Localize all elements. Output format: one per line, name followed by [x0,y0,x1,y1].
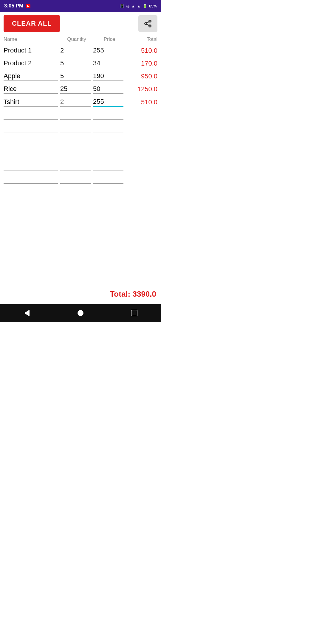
cell-price-5[interactable] [93,111,126,120]
cell-qty-10[interactable] [60,175,93,184]
cell-name-3[interactable] [4,85,60,94]
price-input-4[interactable] [93,98,123,107]
table-row: 510.0 [4,95,157,108]
cell-price-8[interactable] [93,149,126,158]
cell-total-7 [126,145,157,145]
cell-price-3[interactable] [93,85,126,94]
name-input-6[interactable] [4,124,58,132]
cell-price-2[interactable] [93,72,126,81]
signal-icon: ▲ [131,4,135,8]
qty-input-5[interactable] [60,111,91,120]
nav-bar [0,304,161,322]
nav-home-button[interactable] [73,306,88,321]
cell-name-9[interactable] [4,162,60,171]
cell-name-0[interactable] [4,47,60,55]
name-input-8[interactable] [4,149,58,158]
table-row [4,121,157,134]
cell-qty-7[interactable] [60,137,93,145]
price-input-8[interactable] [93,149,123,158]
qty-input-4[interactable] [60,98,91,107]
header-total: Total [126,36,157,42]
cell-total-1: 170.0 [126,60,157,68]
table-row: 170.0 [4,56,157,69]
cell-qty-9[interactable] [60,162,93,171]
nav-back-button[interactable] [19,306,34,321]
cell-price-0[interactable] [93,47,126,55]
cell-qty-8[interactable] [60,149,93,158]
price-input-9[interactable] [93,162,123,171]
table-row: 1250.0 [4,82,157,95]
cell-qty-1[interactable] [60,59,93,68]
price-input-2[interactable] [93,72,123,81]
qty-input-0[interactable] [60,47,91,55]
cell-price-9[interactable] [93,162,126,171]
svg-line-3 [147,24,149,26]
toolbar: CLEAR ALL [0,12,161,35]
price-input-10[interactable] [93,175,123,184]
cell-total-10 [126,183,157,184]
price-input-1[interactable] [93,59,123,68]
nav-recents-button[interactable] [127,306,142,321]
qty-input-6[interactable] [60,124,91,132]
qty-input-2[interactable] [60,72,91,81]
clear-all-button[interactable]: CLEAR ALL [4,15,60,32]
cell-total-9 [126,170,157,171]
header-name: Name [4,36,60,42]
cell-qty-5[interactable] [60,111,93,120]
cell-name-5[interactable] [4,111,60,120]
share-button[interactable] [138,15,157,32]
qty-input-10[interactable] [60,175,91,184]
cell-qty-2[interactable] [60,72,93,81]
name-input-0[interactable] [4,47,58,55]
wifi-icon: ◎ [126,4,129,8]
name-input-9[interactable] [4,162,58,171]
price-input-0[interactable] [93,47,123,55]
battery-pct: 85% [149,4,157,8]
name-input-4[interactable] [4,98,58,107]
qty-input-9[interactable] [60,162,91,171]
header-price: Price [93,36,126,42]
name-input-3[interactable] [4,85,58,94]
price-input-3[interactable] [93,85,123,94]
cell-qty-3[interactable] [60,85,93,94]
status-icons: 📳 ◎ ▲ ▲ 🔋 85% [120,4,157,8]
name-input-10[interactable] [4,175,58,184]
status-time: 3:05 PM [4,3,23,9]
cell-name-10[interactable] [4,175,60,184]
signal2-icon: ▲ [137,4,141,8]
name-input-5[interactable] [4,111,58,120]
cell-qty-0[interactable] [60,47,93,55]
name-input-7[interactable] [4,137,58,145]
svg-line-4 [147,22,149,23]
qty-input-3[interactable] [60,85,91,94]
cell-price-4[interactable] [93,98,126,107]
cell-price-6[interactable] [93,124,126,132]
grand-total: Total: 3390.0 [0,285,161,304]
cell-name-4[interactable] [4,98,60,107]
cell-name-2[interactable] [4,72,60,81]
name-input-1[interactable] [4,59,58,68]
cell-total-3: 1250.0 [126,85,157,94]
table-row: 950.0 [4,69,157,82]
cell-qty-4[interactable] [60,98,93,107]
cell-price-10[interactable] [93,175,126,184]
cell-total-4: 510.0 [126,98,157,107]
cell-qty-6[interactable] [60,124,93,132]
cell-name-1[interactable] [4,59,60,68]
qty-input-1[interactable] [60,59,91,68]
table-row: 510.0 [4,44,157,56]
name-input-2[interactable] [4,72,58,81]
cell-price-1[interactable] [93,59,126,68]
qty-input-7[interactable] [60,137,91,145]
price-input-7[interactable] [93,137,123,145]
cell-name-6[interactable] [4,124,60,132]
cell-price-7[interactable] [93,137,126,145]
price-input-5[interactable] [93,111,123,120]
qty-input-8[interactable] [60,149,91,158]
cell-total-5 [126,119,157,120]
cell-name-7[interactable] [4,137,60,145]
price-input-6[interactable] [93,124,123,132]
status-bar: 3:05 PM ▶ 📳 ◎ ▲ ▲ 🔋 85% [0,0,161,12]
cell-name-8[interactable] [4,149,60,158]
table-row [4,108,157,121]
